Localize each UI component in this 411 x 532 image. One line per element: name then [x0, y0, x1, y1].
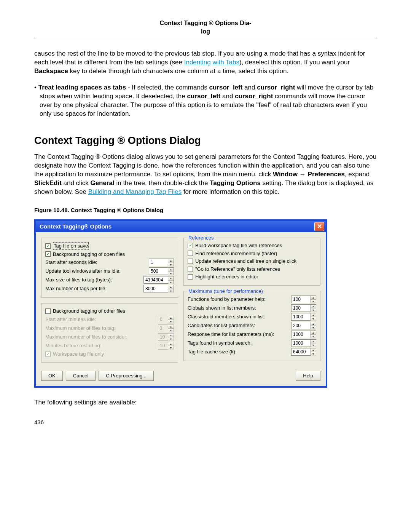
- spinner-max-tags-per-file[interactable]: 8000 ▲▼: [143, 285, 174, 292]
- spinner-start-minutes-idle: 0 ▲▼: [158, 316, 174, 323]
- spin-up-icon[interactable]: ▲: [168, 268, 174, 271]
- ok-button[interactable]: OK: [41, 371, 63, 381]
- label-max-tags-per-file: Max number of tags per file: [45, 285, 143, 292]
- spin-up-icon: ▲: [168, 316, 174, 320]
- spin-down-icon: ▼: [168, 337, 174, 341]
- spinner-class-members-list[interactable]: 1000 ▲▼: [291, 313, 316, 321]
- label-highlight-refs: Highlight references in editor: [195, 273, 258, 280]
- figure-caption: Figure 10.48. Context Tagging ® Options …: [34, 206, 377, 214]
- spin-down-icon[interactable]: ▼: [311, 334, 316, 338]
- spinner-max-size-bytes[interactable]: 4194304 ▲▼: [143, 276, 174, 284]
- page-number: 436: [34, 419, 377, 426]
- page-header-line2: log: [34, 27, 377, 36]
- spinner-functions-param-help[interactable]: 100 ▲▼: [291, 296, 316, 303]
- c-preprocessing-button[interactable]: C Preprocessing...: [99, 371, 154, 381]
- label-tag-cache-size: Tag file cache size (k):: [188, 348, 291, 355]
- bullet-list: Treat leading spaces as tabs - If select…: [34, 83, 377, 118]
- spinner-candidates-list-params[interactable]: 200 ▲▼: [291, 322, 316, 329]
- left-column: ✓ Tag file on save ✓ Background tagging …: [41, 238, 178, 363]
- label-goto-only-lists-refs: "Go to Reference" only lists references: [195, 266, 280, 273]
- spin-up-icon[interactable]: ▲: [168, 276, 174, 280]
- checkbox-bg-other-files[interactable]: [45, 308, 51, 314]
- spin-up-icon[interactable]: ▲: [168, 285, 174, 289]
- spin-down-icon[interactable]: ▼: [311, 308, 316, 312]
- label-candidates-list-params: Candidates for list parameters:: [188, 322, 291, 329]
- label-globals-list-members: Globals shown in list members:: [188, 305, 291, 312]
- label-start-seconds-idle: Start after seconds idle:: [45, 259, 149, 266]
- label-response-time-ms: Response time for list parameters (ms):: [188, 331, 291, 338]
- spin-up-icon[interactable]: ▲: [311, 331, 316, 334]
- spinner-globals-list-members[interactable]: 100 ▲▼: [291, 304, 316, 312]
- spinner-tag-cache-size[interactable]: 64000 ▲▼: [291, 348, 316, 356]
- spin-up-icon[interactable]: ▲: [311, 305, 316, 308]
- label-build-workspace-refs: Build workspace tag file with references: [195, 242, 282, 249]
- spinner-start-seconds-idle[interactable]: 1 ▲▼: [149, 259, 174, 266]
- spin-down-icon: ▼: [168, 320, 174, 323]
- para-backspace: causes the rest of the line to be moved …: [34, 50, 377, 76]
- checkbox-highlight-refs[interactable]: [188, 274, 193, 280]
- label-update-on-single-click: Update references and call tree on singl…: [195, 258, 296, 265]
- spinner-max-files-consider: 10 ▲▼: [158, 333, 174, 341]
- spin-up-icon[interactable]: ▲: [311, 296, 316, 299]
- spin-up-icon[interactable]: ▲: [311, 348, 316, 352]
- close-icon: ✕: [317, 222, 322, 231]
- label-bg-other-files: Background tagging of other files: [53, 308, 125, 315]
- spin-up-icon[interactable]: ▲: [168, 259, 174, 262]
- checkbox-update-on-single-click[interactable]: [188, 259, 193, 264]
- spin-down-icon[interactable]: ▼: [311, 352, 316, 356]
- cancel-button[interactable]: Cancel: [66, 371, 96, 381]
- spin-down-icon[interactable]: ▼: [168, 280, 174, 284]
- spin-down-icon: ▼: [168, 328, 174, 332]
- checkbox-build-workspace-refs[interactable]: ✓: [188, 243, 193, 248]
- label-update-ms-idle: Update tool windows after ms idle:: [45, 268, 149, 275]
- dialog-titlebar: Context Tagging® Options ✕: [36, 221, 326, 232]
- panel-title-maximums: Maximums (tune for performance): [187, 288, 264, 295]
- bullet-treat-leading-spaces: Treat leading spaces as tabs - If select…: [40, 83, 377, 118]
- text-following-settings: The following settings are available:: [34, 398, 377, 407]
- label-max-files-to-tag: Maximum number of files to tag:: [45, 325, 158, 332]
- label-functions-param-help: Functions found by parameter help:: [188, 296, 291, 303]
- label-max-size-bytes: Max size of files to tag (bytes):: [45, 276, 143, 283]
- section-title: Context Tagging ® Options Dialog: [34, 134, 377, 147]
- spinner-update-ms-idle[interactable]: 500 ▲▼: [149, 267, 174, 275]
- label-tags-symbol-search: Tags found in symbol search:: [188, 340, 291, 347]
- label-find-refs-incrementally: Find references incrementally (faster): [195, 250, 277, 257]
- spinner-max-files-to-tag: 3 ▲▼: [158, 324, 174, 332]
- panel-maximums: Maximums (tune for performance) Function…: [183, 291, 320, 361]
- spin-up-icon[interactable]: ▲: [311, 313, 316, 317]
- spin-down-icon[interactable]: ▼: [311, 326, 316, 329]
- spin-up-icon: ▲: [168, 325, 174, 328]
- dialog-context-tagging-options: Context Tagging® Options ✕ ✓ Tag file on…: [34, 219, 327, 388]
- spin-down-icon[interactable]: ▼: [311, 317, 316, 321]
- checkbox-tag-on-save[interactable]: ✓: [45, 243, 51, 249]
- panel-references: References ✓ Build workspace tag file wi…: [183, 238, 320, 286]
- checkbox-find-refs-incrementally[interactable]: [188, 251, 193, 256]
- spin-down-icon: ▼: [168, 346, 174, 350]
- help-button[interactable]: Help: [296, 371, 320, 381]
- label-class-members-list: Class/struct members shown in list:: [188, 313, 291, 320]
- spin-down-icon[interactable]: ▼: [311, 299, 316, 303]
- link-building-tag-files[interactable]: Building and Managing Tag Files: [88, 188, 182, 195]
- spin-down-icon[interactable]: ▼: [311, 343, 316, 347]
- spin-up-icon[interactable]: ▲: [311, 340, 316, 343]
- spinner-response-time-ms[interactable]: 1000 ▲▼: [291, 331, 316, 338]
- link-indenting-with-tabs[interactable]: Indenting with Tabs: [184, 59, 239, 66]
- right-column: References ✓ Build workspace tag file wi…: [183, 238, 320, 363]
- spinner-tags-symbol-search[interactable]: 1000 ▲▼: [291, 339, 316, 347]
- spin-up-icon[interactable]: ▲: [311, 322, 316, 326]
- spin-up-icon: ▲: [168, 334, 174, 337]
- checkbox-goto-only-lists-refs[interactable]: [188, 267, 193, 272]
- label-tag-on-save: Tag file on save: [53, 242, 89, 250]
- checkbox-bg-open-files[interactable]: ✓: [45, 251, 51, 257]
- label-workspace-only: Workspace tag file only: [53, 351, 104, 358]
- spin-up-icon: ▲: [168, 342, 174, 346]
- panel-title-references: References: [187, 235, 215, 241]
- spin-down-icon[interactable]: ▼: [168, 289, 174, 293]
- label-minutes-restart: Minutes before restarting:: [45, 342, 158, 349]
- dialog-button-row: OK Cancel C Preprocessing... Help: [36, 368, 326, 386]
- spin-down-icon[interactable]: ▼: [168, 263, 174, 267]
- spin-down-icon[interactable]: ▼: [168, 272, 174, 275]
- section-intro: The Context Tagging ® Options dialog all…: [34, 153, 377, 197]
- close-button[interactable]: ✕: [314, 222, 324, 231]
- label-bg-open-files: Background tagging of open files: [53, 251, 125, 258]
